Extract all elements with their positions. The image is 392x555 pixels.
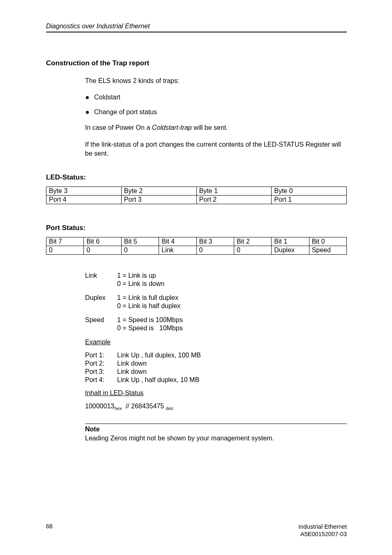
cell: Byte 3 [46,187,122,196]
port-value: Link down [117,360,347,367]
cell: Port 2 [196,196,272,204]
heading-port-status: Port Status: [46,224,347,232]
intro-text: The ELS knows 2 kinds of traps: [85,76,347,85]
port-status-table: Bit 7 Bit 6 Bit 5 Bit 4 Bit 3 Bit 2 Bit … [46,237,347,255]
cell: Bit 6 [84,237,121,246]
heading-led-status: LED-Status: [46,173,347,182]
def-label: Duplex [85,294,117,302]
cell: Port 3 [121,196,196,204]
text: . [226,124,228,131]
footer-title: Industrial Ethernet [298,523,347,530]
list-item: Change of port status [85,108,347,116]
traps-list: Coldstart Change of port status [85,94,347,116]
cell: Bit 4 [159,237,196,246]
example-heading: Example [85,339,347,346]
cell: Duplex [272,246,309,255]
def-speed: Speed 1 = Speed is 100Mbps 0 = Speed is … [85,316,347,332]
port-value: Link Up , full duplex, 100 MB [117,352,347,359]
cell: Byte 0 [272,187,347,196]
subscript: hex [114,406,122,411]
note-title: Note [85,426,347,433]
cell: 0 [121,246,159,255]
cell: Port 1 [272,196,347,204]
coldstart-term: Coldstart-trap [152,124,192,131]
cell: Bit 1 [272,237,309,246]
inhalt-value: 10000013hex // 268435475 dez [85,403,347,411]
table-row: Port 4 Port 3 Port 2 Port 1 [46,196,347,204]
def-value: 0 = Speed is 10Mbps [117,325,347,332]
port-value: Link Up , half duplex, 10 MB [117,376,347,384]
def-value: 0 = Link is down [117,280,347,288]
running-head: Diagnostics over Industrial Ethernet [46,23,347,32]
cell: Byte 2 [121,187,196,196]
port-label: Port 4: [85,376,117,384]
cell: Bit 3 [196,237,234,246]
cell: Bit 7 [46,237,84,246]
text: 10000013 [85,403,114,410]
cell: Speed [309,246,346,255]
def-value: 1 = Link is up [117,272,347,279]
port-label: Port 1: [85,352,117,359]
subscript: dez [166,406,174,411]
heading-construction: Construction of the Trap report [46,59,347,67]
linkstatus-text: If the link-status of a port changes the… [85,140,347,158]
cell: 0 [196,246,234,255]
cell: Bit 5 [121,237,159,246]
text: In case of Power On a [85,124,152,131]
cell: Byte 1 [196,187,272,196]
def-duplex: Duplex 1 = Link is full duplex 0 = Link … [85,294,347,310]
example-block: Port 1:Link Up , full duplex, 100 MB Por… [85,352,347,384]
table-row: Bit 7 Bit 6 Bit 5 Bit 4 Bit 3 Bit 2 Bit … [46,237,347,246]
def-value: 1 = Speed is 100Mbps [117,316,347,324]
port-value: Link down [117,368,347,375]
inhalt-heading: Inhalt in LED-Status [85,389,347,397]
text: will be sent [192,124,226,131]
cell: 0 [234,246,271,255]
port-label: Port 2: [85,360,117,367]
table-row: Byte 3 Byte 2 Byte 1 Byte 0 [46,187,347,196]
coldstart-text: In case of Power On a Coldstart-trap wil… [85,123,347,132]
def-value: 1 = Link is full duplex [117,294,347,302]
def-link: Link 1 = Link is up 0 = Link is down [85,272,347,288]
note-body: Leading Zeros might not be shown by your… [85,435,347,442]
cell: Bit 0 [309,237,346,246]
cell: Bit 2 [234,237,271,246]
def-value: 0 = Link is half duplex [117,302,347,310]
cell: Port 4 [46,196,122,204]
table-row: 0 0 0 Link 0 0 Duplex Speed [46,246,347,255]
port-label: Port 3: [85,368,117,375]
cell: 0 [46,246,84,255]
cell: Link [159,246,196,255]
note-rule [85,424,347,424]
page-footer: 68 Industrial Ethernet A5E00152007-03 [46,523,347,538]
footer-docid: A5E00152007-03 [298,530,347,538]
list-item: Coldstart [85,94,347,101]
cell: 0 [84,246,121,255]
text: // 268435475 [122,403,166,410]
def-label: Link [85,272,117,279]
led-status-table: Byte 3 Byte 2 Byte 1 Byte 0 Port 4 Port … [46,187,347,204]
page-number: 68 [46,523,53,530]
def-label: Speed [85,316,117,324]
